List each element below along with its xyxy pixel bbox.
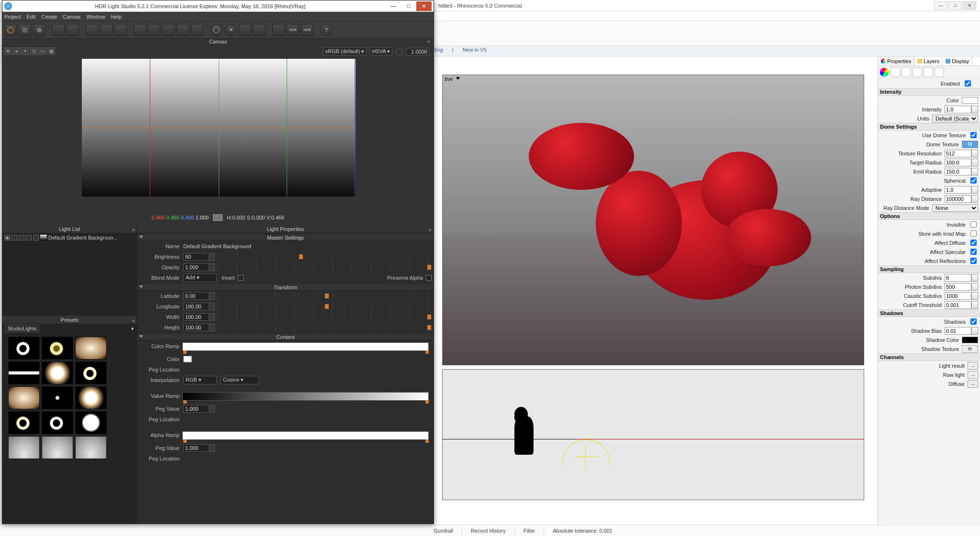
menu-window[interactable]: Window xyxy=(87,14,105,20)
spinner[interactable] xyxy=(971,106,978,113)
preset-thumb[interactable] xyxy=(8,386,40,409)
opacity-slider[interactable] xyxy=(218,264,432,271)
enabled-checkbox[interactable] xyxy=(965,80,971,87)
preset-thumb[interactable] xyxy=(42,386,73,409)
tool-hdr[interactable]: HDR xyxy=(287,24,299,36)
spherical-checkbox[interactable] xyxy=(970,177,977,184)
tool-icon[interactable] xyxy=(162,24,175,36)
menu-canvas[interactable]: Canvas xyxy=(63,14,80,20)
tool-icon[interactable] xyxy=(4,24,17,36)
color-swatch[interactable] xyxy=(962,97,978,104)
alpha-ramp[interactable]: Alpha Ramp xyxy=(139,430,432,442)
exposure-icon[interactable] xyxy=(395,48,403,55)
canvas-tool[interactable]: ✦ xyxy=(22,47,29,55)
close-icon[interactable]: × xyxy=(132,226,135,234)
hdr-close-button[interactable]: ✕ xyxy=(416,1,432,11)
tool-icon[interactable] xyxy=(19,24,31,36)
tool-icon[interactable] xyxy=(272,24,285,36)
rhino-max-button[interactable]: ☐ xyxy=(948,1,962,10)
close-icon[interactable]: × xyxy=(132,317,135,325)
tab-properties[interactable]: Properties xyxy=(878,56,914,66)
irrad-checkbox[interactable] xyxy=(970,230,977,237)
tool-icon[interactable] xyxy=(52,24,65,36)
shadow-bias-input[interactable] xyxy=(945,327,971,335)
tool-hdr[interactable]: HDR xyxy=(301,24,313,36)
ramp-handle[interactable] xyxy=(183,400,187,404)
affect-reflections-checkbox[interactable] xyxy=(970,258,977,264)
light-result-button[interactable]: ... xyxy=(968,362,978,370)
diffuse-button[interactable]: ... xyxy=(968,380,978,388)
width-slider[interactable] xyxy=(218,314,432,320)
photon-subdivs-input[interactable] xyxy=(945,283,971,291)
preset-thumb[interactable] xyxy=(8,411,40,434)
preset-thumb[interactable] xyxy=(42,337,73,360)
preset-thumb[interactable] xyxy=(8,337,40,360)
color-swatch[interactable] xyxy=(183,356,192,362)
hdr-titlebar[interactable]: HDR Light Studio 5.2.1 Commercial Licens… xyxy=(2,0,434,12)
preset-thumb[interactable] xyxy=(75,436,107,459)
ray-mode-select[interactable]: None xyxy=(932,204,978,212)
preset-thumb[interactable] xyxy=(8,436,40,459)
prop-tool-icon[interactable] xyxy=(924,67,933,77)
emit-radius-input[interactable] xyxy=(945,168,971,175)
preset-thumb[interactable] xyxy=(75,361,107,384)
latitude-input[interactable] xyxy=(183,292,209,300)
interp-select-1[interactable]: RGB ▾ xyxy=(183,376,217,384)
ramp-handle[interactable] xyxy=(425,400,429,404)
brightness-input[interactable] xyxy=(183,253,209,261)
longitude-slider[interactable] xyxy=(218,303,432,310)
width-input[interactable] xyxy=(183,313,209,321)
invisible-checkbox[interactable] xyxy=(970,221,977,228)
canvas-close-icon[interactable]: × xyxy=(426,39,432,44)
tool-icon[interactable] xyxy=(148,24,160,36)
ramp-handle[interactable] xyxy=(183,439,187,443)
viewport-label[interactable]: tive xyxy=(445,76,460,82)
toggle-icon[interactable] xyxy=(26,235,32,241)
affect-diffuse-checkbox[interactable] xyxy=(970,240,977,246)
value-ramp[interactable]: Value Ramp xyxy=(139,391,432,403)
tool-icon[interactable] xyxy=(114,24,127,36)
units-select[interactable]: Default (Scalar) xyxy=(932,115,978,122)
tool-icon[interactable] xyxy=(100,24,112,36)
ramp-handle[interactable] xyxy=(425,350,429,354)
preset-thumb[interactable] xyxy=(75,337,107,360)
toggle-icon[interactable] xyxy=(19,235,24,241)
tool-icon[interactable] xyxy=(67,24,79,36)
status-filter[interactable]: Filter xyxy=(523,528,535,534)
hdr-max-button[interactable]: ☐ xyxy=(401,1,416,11)
affect-specular-checkbox[interactable] xyxy=(970,249,977,255)
toggle-icon[interactable] xyxy=(11,235,17,241)
use-dome-checkbox[interactable] xyxy=(970,132,977,138)
canvas-tool[interactable]: ▭ xyxy=(39,47,46,55)
preset-thumb[interactable] xyxy=(42,436,73,459)
menu-create[interactable]: Create xyxy=(41,14,57,20)
peg-value-input[interactable] xyxy=(183,444,209,452)
toggle-icon[interactable] xyxy=(33,235,39,241)
latitude-slider[interactable] xyxy=(218,293,432,299)
tool-icon[interactable] xyxy=(33,24,45,36)
rhino-tab-new[interactable]: New in V5 xyxy=(459,46,490,54)
interp-select-2[interactable]: Cosine ▾ xyxy=(221,376,259,384)
eye-icon[interactable]: 👁 xyxy=(4,235,10,241)
ramp-handle[interactable] xyxy=(425,439,429,443)
menu-help[interactable]: Help xyxy=(111,14,122,20)
tex-res-input[interactable] xyxy=(945,150,971,157)
exposure-value[interactable]: 1.0000 xyxy=(406,48,430,55)
opacity-input[interactable] xyxy=(183,263,209,271)
canvas-tool[interactable]: ✥ xyxy=(4,47,12,55)
tool-icon[interactable] xyxy=(239,24,251,36)
ray-distance-input[interactable] xyxy=(945,195,971,203)
preset-thumb[interactable] xyxy=(75,386,107,409)
canvas-view[interactable] xyxy=(82,59,356,197)
canvas-tool[interactable]: ▸ xyxy=(13,47,21,55)
menu-edit[interactable]: Edit xyxy=(26,14,35,20)
canvas-tool[interactable]: ▦ xyxy=(47,47,55,55)
tool-icon[interactable] xyxy=(86,24,98,36)
status-gumball[interactable]: Gumball xyxy=(434,528,453,534)
tool-icon[interactable] xyxy=(210,24,223,36)
height-slider[interactable] xyxy=(218,324,432,331)
viewport-front[interactable] xyxy=(442,369,864,500)
raw-light-button[interactable]: ... xyxy=(968,371,978,379)
brightness-slider[interactable] xyxy=(218,253,432,260)
blend-mode-select[interactable]: Add ▾ xyxy=(183,273,217,282)
